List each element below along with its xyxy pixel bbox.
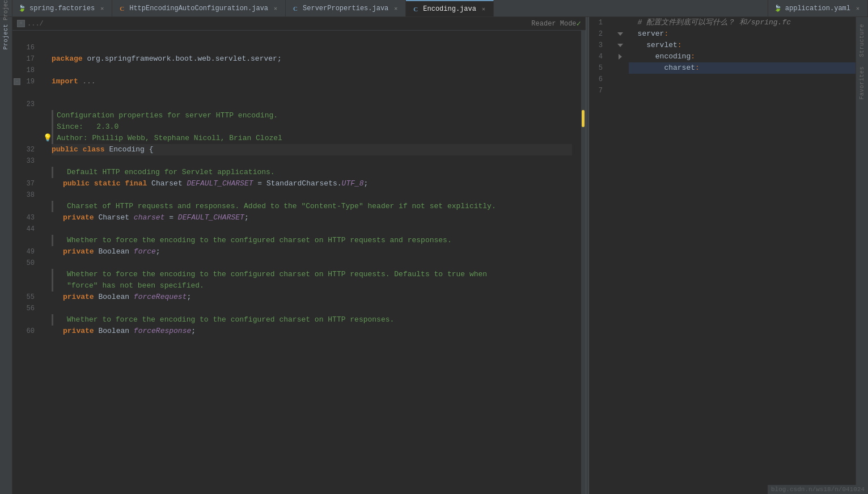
yaml-gc-4[interactable] bbox=[612, 51, 629, 62]
tab-http-encoding-close[interactable]: ✕ bbox=[272, 5, 280, 12]
gc-doc5 bbox=[44, 201, 52, 212]
gc-17 bbox=[44, 53, 52, 65]
code-line-50 bbox=[52, 257, 572, 269]
kw-private4: private bbox=[63, 326, 94, 337]
yaml-ln-2: 2 bbox=[589, 28, 607, 40]
code-line-23 bbox=[52, 99, 572, 110]
field-utf8: UTF_8 bbox=[342, 178, 364, 189]
kw-package: package bbox=[52, 53, 83, 65]
fold-icon[interactable]: + bbox=[17, 20, 25, 27]
gc-38 bbox=[44, 189, 52, 201]
code-lines: package org.springframework.boot.web.ser… bbox=[52, 31, 581, 494]
yaml-ln-1: 1 bbox=[589, 17, 607, 28]
ln-60: 60 bbox=[12, 326, 39, 337]
gc-16 bbox=[44, 42, 52, 53]
ln-37: 37 bbox=[12, 178, 39, 189]
gc-33 bbox=[44, 155, 52, 167]
reader-mode-button[interactable]: Reader Mode bbox=[531, 20, 576, 28]
type-boolean3: Boolean bbox=[98, 326, 129, 337]
ln-doc8 bbox=[12, 314, 39, 326]
doc-config-props: Configuration properties for server HTTP… bbox=[57, 110, 278, 121]
semicolon-17: ; bbox=[277, 53, 282, 65]
yaml-content[interactable]: 1 2 3 4 5 6 7 bbox=[589, 17, 856, 494]
line-numbers: 16 17 18 - 19 23 32 33 bbox=[12, 31, 44, 494]
application-yaml-icon: 🍃 bbox=[774, 5, 782, 12]
type-charset2: Charset bbox=[98, 212, 129, 223]
ln-44: 44 bbox=[12, 223, 39, 235]
yaml-colon-4: : bbox=[691, 51, 695, 62]
code-line-37: public static final Charset DEFAULT_CHAR… bbox=[52, 178, 572, 189]
yaml-gc-3[interactable] bbox=[612, 40, 629, 51]
code-line-doc4: Default HTTP encoding for Servlet applic… bbox=[52, 167, 572, 178]
gc-23 bbox=[44, 99, 52, 110]
sidebar-project-label[interactable]: Project bbox=[2, 19, 10, 54]
code-line-doc6: Whether to force the encoding to the con… bbox=[52, 235, 572, 246]
gc-18 bbox=[44, 65, 52, 76]
code-line-33 bbox=[52, 155, 572, 167]
yaml-line-6 bbox=[629, 74, 856, 85]
code-line-38 bbox=[52, 189, 572, 201]
doc-force-response-desc: Whether to force the encoding to the con… bbox=[67, 314, 394, 326]
code-line-blank2 bbox=[52, 87, 572, 99]
yaml-gc-1 bbox=[612, 17, 629, 28]
tab-http-encoding[interactable]: C HttpEncodingAutoConfiguration.java ✕ bbox=[112, 0, 286, 16]
tab-server-properties-close[interactable]: ✕ bbox=[392, 5, 400, 12]
type-boolean: Boolean bbox=[98, 246, 129, 257]
checkmark-icon: ✓ bbox=[577, 19, 581, 28]
field-charset: charset bbox=[134, 212, 165, 223]
yaml-fold-4[interactable] bbox=[619, 54, 622, 60]
type-boolean2: Boolean bbox=[98, 292, 129, 303]
kw-private2: private bbox=[63, 246, 94, 257]
gc-60 bbox=[44, 326, 52, 337]
code-line-doc7b: "force" has not been specified. bbox=[52, 280, 572, 292]
code-editor[interactable]: 16 17 18 - 19 23 32 33 bbox=[12, 31, 586, 494]
kw-class: class bbox=[83, 144, 105, 155]
doc-since: Since: 2.3.0 bbox=[57, 121, 118, 133]
left-sidebar: Project bbox=[0, 17, 12, 494]
main-content: Project + .../ Reader Mode ✓ 16 bbox=[0, 17, 868, 494]
ln-49: 49 bbox=[12, 246, 39, 257]
project-tab-label[interactable]: Project bbox=[3, 0, 9, 20]
ln-doc1 bbox=[12, 110, 39, 121]
tab-encoding-java-close[interactable]: ✕ bbox=[480, 5, 488, 13]
type-standardcharsets: StandardCharsets bbox=[266, 178, 337, 189]
tab-application-yaml-close[interactable]: ✕ bbox=[854, 5, 862, 12]
sidebar-favorites-label[interactable]: Favorites bbox=[858, 62, 866, 104]
ln-doc4 bbox=[12, 167, 39, 178]
gc-55 bbox=[44, 292, 52, 303]
yaml-ln-5: 5 bbox=[589, 62, 607, 74]
tab-application-yaml[interactable]: 🍃 application.yaml ✕ bbox=[768, 0, 868, 16]
field-force: force bbox=[134, 246, 156, 257]
yaml-gc-2[interactable] bbox=[612, 28, 629, 40]
doc-default-http: Default HTTP encoding for Servlet applic… bbox=[67, 167, 275, 178]
code-line-56 bbox=[52, 303, 572, 314]
kw-import: import bbox=[52, 76, 78, 87]
tab-spring-factories-close[interactable]: ✕ bbox=[98, 5, 106, 12]
fold-19-icon[interactable]: - bbox=[14, 78, 20, 85]
code-line-19: import ... bbox=[52, 76, 572, 87]
doc-force-request-1: Whether to force the encoding to the con… bbox=[67, 269, 487, 280]
yaml-fold-3[interactable] bbox=[617, 44, 623, 47]
ln-blank1 bbox=[12, 31, 39, 42]
code-line-doc3: 💡 Author: Phillip Webb, Stephane Nicoll,… bbox=[52, 133, 572, 144]
gc-doc8 bbox=[44, 314, 52, 326]
yaml-comment-1: # 配置文件到底可以写什么？ 和/spring.fc bbox=[629, 17, 791, 28]
yaml-fold-2[interactable] bbox=[617, 32, 623, 36]
gc-49 bbox=[44, 246, 52, 257]
ln-50: 50 bbox=[12, 257, 39, 269]
kw-final: final bbox=[125, 178, 147, 189]
gc-doc1 bbox=[44, 110, 52, 121]
gc-blank bbox=[44, 31, 52, 42]
code-line-doc8: Whether to force the encoding to the con… bbox=[52, 314, 572, 326]
yaml-panel: 1 2 3 4 5 6 7 bbox=[589, 17, 856, 494]
tab-encoding-java-label: Encoding.java bbox=[423, 5, 476, 13]
tab-encoding-java[interactable]: C Encoding.java ✕ bbox=[406, 0, 494, 16]
tab-spring-factories[interactable]: 🍃 spring.factories ✕ bbox=[12, 0, 112, 16]
gc-37 bbox=[44, 178, 52, 189]
yaml-key-servlet: servlet bbox=[629, 40, 678, 51]
watermark: blog.csdn.n/ws18/n/041024 bbox=[768, 485, 868, 494]
bulb-icon: 💡 bbox=[43, 133, 52, 144]
sidebar-structure-label[interactable]: Structure bbox=[858, 19, 866, 62]
tab-server-properties[interactable]: C ServerProperties.java ✕ bbox=[286, 0, 406, 16]
ln-38: 38 bbox=[12, 189, 39, 201]
